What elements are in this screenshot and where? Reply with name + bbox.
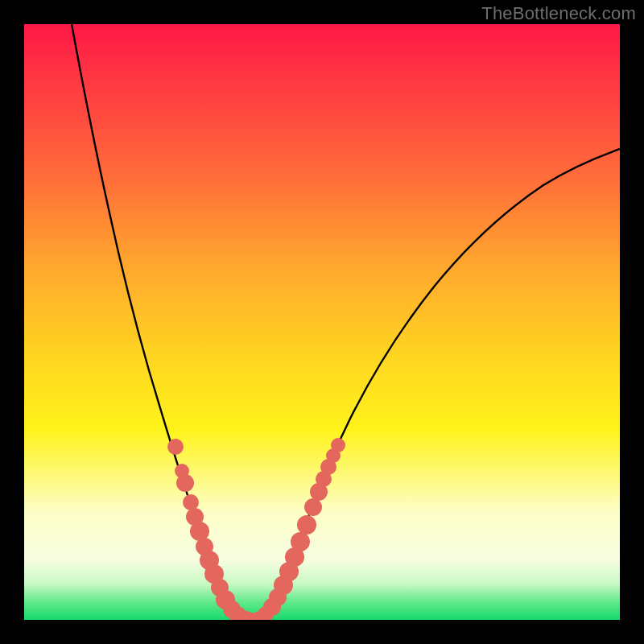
markers-right (263, 438, 345, 616)
watermark-text: TheBottleneck.com (481, 3, 636, 24)
markers-left (167, 439, 254, 620)
chart-frame: TheBottleneck.com (0, 0, 644, 644)
svg-point-2 (176, 474, 194, 492)
svg-point-0 (167, 439, 184, 455)
curve-path (72, 24, 620, 620)
plot-area (24, 24, 620, 620)
svg-point-3 (183, 494, 199, 510)
svg-point-22 (291, 532, 310, 551)
svg-point-24 (304, 498, 322, 516)
svg-point-23 (297, 515, 316, 535)
bottleneck-curve (24, 24, 620, 620)
svg-point-29 (331, 438, 345, 452)
